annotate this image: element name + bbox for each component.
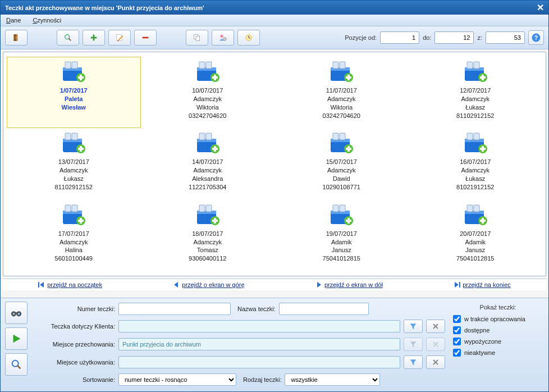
page-first-link[interactable]: przejdź na początek (38, 281, 102, 288)
folder-item[interactable]: 10/07/2017AdamczykWiktoria03242704620 (141, 57, 275, 128)
svg-rect-28 (199, 62, 205, 69)
sort-label: Sortowanie: (31, 376, 115, 383)
miejsce-u-clear-button[interactable] (426, 355, 445, 369)
folder-date: 14/07/2017 (145, 158, 271, 166)
folder-date: 20/07/2017 (413, 230, 539, 238)
close-icon[interactable]: ✕ (537, 2, 544, 13)
play-icon (10, 332, 22, 345)
svg-point-11 (220, 35, 223, 38)
folder-item[interactable]: 15/07/2017AdamczykDawid10290108771 (274, 128, 409, 199)
svg-rect-1 (17, 34, 18, 41)
position-indicator: Pozycje od: do: z: ? (345, 30, 544, 45)
add-button[interactable] (83, 30, 105, 45)
next-icon (315, 281, 322, 288)
folder-item[interactable]: 14/07/2017AdamczykAleksandra11221705304 (141, 128, 275, 199)
plus-icon (89, 33, 98, 42)
help-button[interactable]: ? (528, 30, 544, 45)
svg-point-2 (16, 37, 16, 38)
svg-rect-103 (38, 282, 39, 288)
folder-l2: Adamczyk (11, 166, 137, 175)
miejsce-p-input (118, 338, 400, 350)
search-button[interactable] (57, 30, 79, 45)
menu-czynnosci[interactable]: Czynności (33, 17, 61, 24)
folder-item[interactable]: 1/07/2017PaletaWiesław (7, 57, 141, 128)
page-up-link[interactable]: przejdź o ekran w górę (173, 281, 244, 288)
svg-rect-95 (346, 220, 351, 222)
folder-item[interactable]: 12/07/2017AdamczykŁukasz81102912152 (409, 57, 543, 128)
pos-from-input[interactable] (380, 31, 419, 44)
pos-total-input[interactable] (486, 31, 525, 44)
folder-add-icon (61, 61, 86, 83)
svg-rect-77 (65, 205, 71, 212)
svg-rect-78 (72, 205, 77, 212)
svg-rect-22 (72, 62, 77, 69)
page-down-link[interactable]: przejdź o ekran w dół (315, 281, 383, 288)
x-icon (431, 340, 440, 349)
folder-item[interactable]: 13/07/2017AdamczykŁukasz81102912152 (7, 128, 141, 199)
nazwa-input[interactable] (279, 303, 369, 315)
klient-clear-button[interactable] (426, 320, 445, 333)
svg-rect-81 (78, 220, 84, 222)
check-wypozyczone[interactable]: wypożyczone (453, 338, 543, 345)
svg-line-111 (17, 366, 21, 369)
miejsce-u-input[interactable] (118, 356, 400, 368)
binoculars-button[interactable] (5, 302, 28, 324)
svg-rect-64 (340, 133, 345, 140)
miejsce-p-label: Miejsce przechowania: (31, 341, 115, 348)
delete-button[interactable] (134, 30, 157, 45)
numer-input[interactable] (118, 303, 231, 315)
first-icon (38, 281, 45, 288)
folder-l3: Łukasz (11, 175, 137, 183)
svg-rect-29 (206, 62, 212, 69)
clock-icon (244, 33, 253, 42)
folder-item[interactable]: 17/07/2017AdamczykHalina56010100449 (7, 200, 141, 271)
klient-input[interactable] (118, 320, 400, 332)
klient-pick-button[interactable] (404, 320, 423, 333)
svg-rect-57 (206, 133, 212, 140)
svg-rect-91 (333, 205, 338, 212)
folder-add-icon (463, 204, 488, 226)
svg-rect-42 (467, 62, 473, 69)
svg-rect-6 (91, 37, 97, 39)
last-icon (454, 281, 460, 288)
svg-text:?: ? (534, 34, 538, 41)
folder-l4: 75041012815 (413, 254, 539, 263)
exit-button[interactable] (5, 30, 28, 45)
rodzaj-select[interactable]: wszystkie (285, 373, 380, 386)
edit-button[interactable] (108, 30, 131, 45)
check-dostepne[interactable]: dostępne (453, 326, 543, 334)
folder-item[interactable]: 19/07/2017AdamikJanusz75041012815 (274, 200, 409, 271)
svg-rect-85 (206, 205, 212, 212)
folder-grid: 1/07/2017PaletaWiesław10/07/2017Adamczyk… (7, 57, 542, 271)
folder-add-icon (463, 132, 488, 154)
sort-select[interactable]: numer teczki - rosnąco (118, 373, 236, 386)
folder-item[interactable]: 16/07/2017AdamczykŁukasz81021912152 (409, 128, 543, 199)
pos-to-input[interactable] (434, 31, 474, 44)
copy-button[interactable] (186, 30, 208, 45)
folder-l3: Łukasz (413, 103, 539, 112)
svg-rect-46 (480, 76, 486, 79)
play-button[interactable] (5, 327, 28, 350)
binoculars-icon (10, 307, 22, 319)
menu-dane[interactable]: Dane (6, 17, 21, 24)
pos-do-label: do: (423, 34, 431, 41)
folder-item[interactable]: 18/07/2017AdamczykTomasz93060400112 (141, 200, 275, 271)
person-tool-button[interactable] (212, 30, 234, 45)
folder-item[interactable]: 20/07/2017AdamikJanusz75041012815 (409, 200, 543, 271)
svg-rect-71 (474, 133, 479, 140)
folder-add-icon (328, 61, 354, 83)
copy-icon (193, 33, 202, 42)
svg-rect-56 (199, 133, 205, 140)
clock-tool-button[interactable] (237, 30, 260, 45)
person-gear-icon (218, 33, 227, 42)
folder-l3: Wiktoria (278, 103, 405, 112)
svg-rect-39 (346, 76, 351, 79)
check-nieaktywne[interactable]: nieaktywne (453, 349, 543, 357)
miejsce-u-pick-button[interactable] (404, 355, 423, 369)
zoom-button[interactable] (5, 353, 28, 376)
check-opracowania[interactable]: w trakcie opracowania (453, 315, 543, 323)
nazwa-label: Nazwa teczki: (237, 306, 276, 312)
page-last-link[interactable]: przejdź na koniec (454, 281, 511, 288)
folder-add-icon (463, 61, 488, 83)
folder-item[interactable]: 11/07/2017AdamczykWiktoria03242704620 (274, 57, 409, 128)
